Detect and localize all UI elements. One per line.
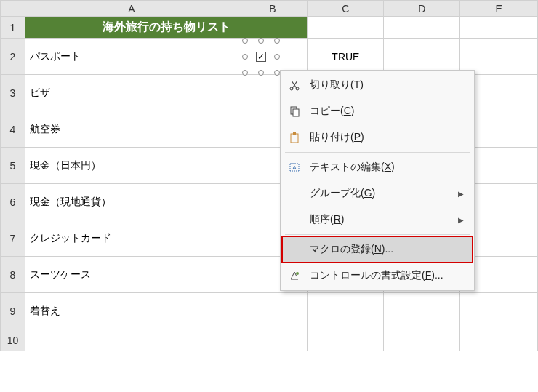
row-header-5[interactable]: 5 bbox=[1, 148, 25, 184]
menu-paste[interactable]: 貼り付け(P) bbox=[282, 124, 473, 151]
cell-a3[interactable]: ビザ bbox=[25, 75, 238, 111]
cell-b9[interactable] bbox=[238, 293, 308, 329]
selection-handle[interactable] bbox=[274, 54, 280, 60]
cell-d1[interactable] bbox=[384, 17, 460, 39]
row-header-7[interactable]: 7 bbox=[1, 220, 25, 257]
cell-a6[interactable]: 現金（現地通貨） bbox=[25, 184, 238, 220]
submenu-arrow-icon: ▶ bbox=[458, 216, 467, 224]
menu-group[interactable]: グループ化(G) ▶ bbox=[282, 180, 473, 207]
col-header-c[interactable]: C bbox=[308, 1, 384, 17]
cell-e9[interactable] bbox=[460, 293, 538, 329]
cell-d9[interactable] bbox=[384, 293, 460, 329]
checkbox-box[interactable]: ✓ bbox=[256, 52, 266, 62]
selection-handle[interactable] bbox=[274, 70, 280, 76]
menu-copy-label: コピー(C) bbox=[310, 105, 467, 118]
cell-a5[interactable]: 現金（日本円） bbox=[25, 148, 238, 184]
corner-cell[interactable] bbox=[1, 1, 25, 17]
menu-edit-text-label: テキストの編集(X) bbox=[310, 161, 467, 174]
cell-a4[interactable]: 航空券 bbox=[25, 111, 238, 148]
row-header-2[interactable]: 2 bbox=[1, 39, 25, 75]
cell-c10[interactable] bbox=[308, 329, 384, 351]
svg-text:A: A bbox=[292, 164, 297, 171]
menu-separator bbox=[285, 234, 470, 235]
cell-e2[interactable] bbox=[460, 39, 538, 75]
cell-a9[interactable]: 着替え bbox=[25, 293, 238, 329]
row-header-3[interactable]: 3 bbox=[1, 75, 25, 111]
row-header-9[interactable]: 9 bbox=[1, 293, 25, 329]
col-header-b[interactable]: B bbox=[238, 1, 308, 17]
format-icon bbox=[286, 270, 302, 281]
menu-group-label: グループ化(G) bbox=[310, 187, 451, 200]
menu-format-control-label: コントロールの書式設定(F)... bbox=[310, 269, 467, 282]
svg-rect-3 bbox=[293, 109, 299, 116]
selection-handle[interactable] bbox=[242, 38, 248, 44]
menu-assign-macro-label: マクロの登録(N)... bbox=[310, 243, 467, 256]
paste-icon bbox=[286, 132, 302, 143]
cell-c1[interactable] bbox=[308, 17, 384, 39]
col-header-d[interactable]: D bbox=[384, 1, 460, 17]
menu-paste-label: 貼り付け(P) bbox=[310, 131, 467, 144]
cell-a2[interactable]: パスポート bbox=[25, 39, 238, 75]
row-header-8[interactable]: 8 bbox=[1, 257, 25, 293]
selection-handle[interactable] bbox=[258, 70, 264, 76]
selection-handle[interactable] bbox=[274, 38, 280, 44]
cell-d10[interactable] bbox=[384, 329, 460, 351]
svg-rect-4 bbox=[291, 134, 298, 143]
row-header-10[interactable]: 10 bbox=[1, 329, 25, 351]
menu-assign-macro[interactable]: マクロの登録(N)... bbox=[282, 236, 473, 263]
menu-cut-label: 切り取り(T) bbox=[310, 79, 467, 92]
cell-b10[interactable] bbox=[238, 329, 308, 351]
cell-e1[interactable] bbox=[460, 17, 538, 39]
selection-handle[interactable] bbox=[242, 70, 248, 76]
menu-edit-text[interactable]: A テキストの編集(X) bbox=[282, 154, 473, 180]
menu-order[interactable]: 順序(R) ▶ bbox=[282, 207, 473, 233]
menu-separator bbox=[285, 152, 470, 153]
context-menu: 切り取り(T) コピー(C) 貼り付け(P) A テキストの編集(X) グループ… bbox=[280, 70, 475, 291]
title-cell[interactable]: 海外旅行の持ち物リスト bbox=[25, 17, 307, 39]
menu-cut[interactable]: 切り取り(T) bbox=[282, 72, 473, 98]
cell-c2[interactable]: TRUE bbox=[308, 39, 384, 75]
copy-icon bbox=[286, 105, 302, 117]
cell-a8[interactable]: スーツケース bbox=[25, 257, 238, 293]
cell-e10[interactable] bbox=[460, 329, 538, 351]
row-header-1[interactable]: 1 bbox=[1, 17, 25, 39]
row-header-6[interactable]: 6 bbox=[1, 184, 25, 220]
cell-c9[interactable] bbox=[308, 293, 384, 329]
selection-handle[interactable] bbox=[258, 38, 264, 44]
col-header-e[interactable]: E bbox=[460, 1, 538, 17]
cell-a10[interactable] bbox=[25, 329, 238, 351]
selection-handle[interactable] bbox=[242, 54, 248, 60]
cell-a7[interactable]: クレジットカード bbox=[25, 220, 238, 257]
svg-rect-5 bbox=[293, 132, 296, 135]
submenu-arrow-icon: ▶ bbox=[458, 190, 467, 198]
svg-point-8 bbox=[296, 272, 299, 275]
scissors-icon bbox=[286, 79, 302, 91]
col-header-a[interactable]: A bbox=[25, 1, 238, 17]
menu-copy[interactable]: コピー(C) bbox=[282, 98, 473, 124]
edit-text-icon: A bbox=[286, 161, 302, 173]
menu-order-label: 順序(R) bbox=[310, 213, 451, 226]
cell-d2[interactable] bbox=[384, 39, 460, 75]
row-header-4[interactable]: 4 bbox=[1, 111, 25, 148]
menu-format-control[interactable]: コントロールの書式設定(F)... bbox=[282, 263, 473, 289]
checkbox-control[interactable]: ✓ bbox=[244, 39, 278, 74]
